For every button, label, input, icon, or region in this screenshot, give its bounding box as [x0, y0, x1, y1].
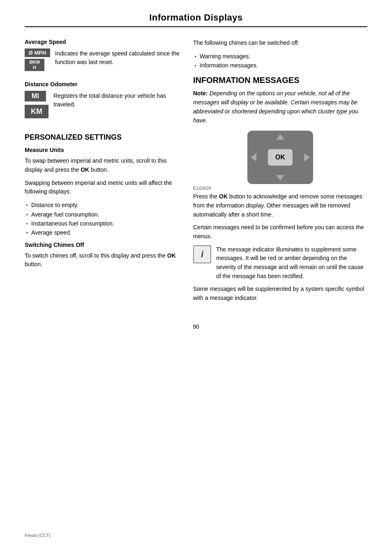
avg-speed-badges: Ø MPH ØKM H: [25, 48, 50, 73]
distance-odo-badges: MI KM: [25, 91, 48, 122]
right-column: The following chimes can be switched off…: [193, 39, 367, 307]
list-item: Average speed.: [25, 228, 181, 237]
mph-badge: Ø MPH: [25, 48, 50, 57]
measure-units-para2: Swapping between imperial and metric uni…: [25, 179, 181, 196]
personalized-heading: PERSONALIZED SETTINGS: [25, 133, 181, 142]
distance-odo-row: MI KM Registers the total distance your …: [25, 91, 181, 122]
distance-odo-description: Registers the total distance your vehicl…: [53, 91, 181, 109]
info-messages-heading: INFORMATION MESSAGES: [193, 76, 367, 85]
ok-control-image: OK: [247, 131, 313, 184]
avg-speed-badges-row: Ø MPH ØKM H Indicates the average speed …: [25, 48, 181, 73]
km-badge: KM: [25, 105, 48, 118]
diagram-caption: E103626: [193, 186, 211, 191]
chimes-intro: The following chimes can be switched off…: [193, 39, 367, 48]
avg-speed-heading: Average Speed: [25, 39, 181, 45]
measure-units-heading: Measure Units: [25, 147, 181, 153]
distance-odo-heading: Distance Odometer: [25, 81, 181, 88]
kmh-line1: ØKM: [29, 60, 40, 65]
mph-badge-label: Ø MPH: [29, 50, 46, 56]
kmh-badge: ØKM H: [25, 59, 44, 71]
list-item: Information messages.: [193, 61, 367, 70]
info-icon: i: [193, 245, 211, 263]
down-arrow-icon: [276, 175, 284, 181]
note-paragraph: Note: Depending on the options on your v…: [193, 89, 367, 125]
chimes-bullets: Warning messages. Information messages.: [193, 52, 367, 70]
avg-speed-description: Indicates the average speed calculated s…: [55, 48, 181, 67]
footer: Fiesta (CCT): [25, 533, 51, 538]
kmh-line2: H: [33, 65, 36, 70]
supplement-para: Some messages will be supplemented by a …: [193, 285, 367, 302]
list-item: Warning messages.: [193, 52, 367, 61]
mi-badge: MI: [25, 91, 46, 101]
title-divider: [25, 26, 367, 27]
left-column: Average Speed Ø MPH ØKM H Indicates the …: [25, 39, 181, 307]
confirm-para: Certain messages need to be confirmed be…: [193, 223, 367, 241]
left-arrow-icon: [251, 153, 256, 161]
list-item: Average fuel consumption.: [25, 210, 181, 219]
two-column-layout: Average Speed Ø MPH ØKM H Indicates the …: [25, 39, 367, 307]
switching-chimes-heading: Switching Chimes Off: [25, 242, 181, 248]
up-arrow-icon: [276, 134, 284, 140]
right-arrow-icon: [304, 153, 310, 161]
measure-units-bullets: Distance to empty. Average fuel consumpt…: [25, 200, 181, 237]
page-number: 90: [25, 323, 367, 330]
switching-chimes-para: To switch chimes off, scroll to this dis…: [25, 251, 181, 269]
page-container: Information Displays Average Speed Ø MPH…: [0, 0, 392, 546]
personalized-section: PERSONALIZED SETTINGS Measure Units To s…: [25, 133, 181, 269]
page-title: Information Displays: [25, 12, 367, 23]
measure-units-para1: To swap between imperial and metric unit…: [25, 157, 181, 174]
note-label: Note:: [193, 90, 208, 97]
ok-center-button: OK: [268, 149, 293, 166]
press-ok-para: Press the OK button to acknowledge and r…: [193, 192, 367, 219]
list-item: Instantaneous fuel consumption.: [25, 219, 181, 228]
list-item: Distance to empty.: [25, 200, 181, 210]
avg-speed-section: Average Speed Ø MPH ØKM H Indicates the …: [25, 39, 181, 73]
info-icon-text: The message indicator illuminates to sup…: [216, 245, 367, 281]
distance-odo-section: Distance Odometer MI KM Registers the to…: [25, 81, 181, 122]
info-icon-row: i The message indicator illuminates to s…: [193, 245, 367, 281]
ok-button-diagram: OK E103626: [193, 131, 367, 191]
